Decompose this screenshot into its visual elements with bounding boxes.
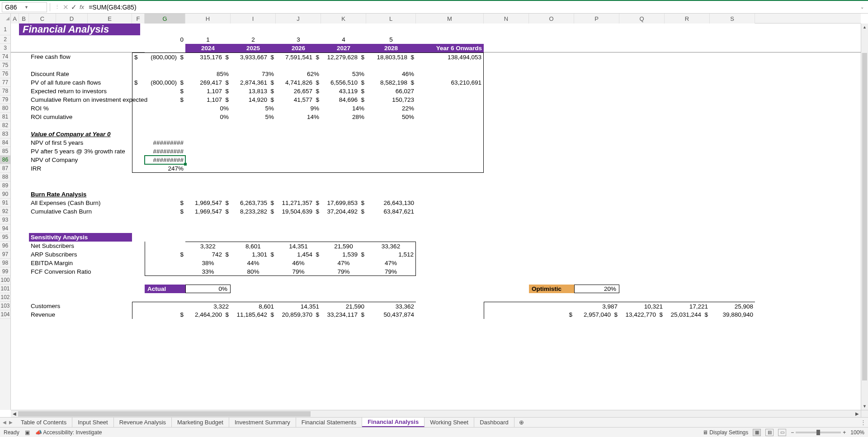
cell[interactable]: 26,657 $	[276, 87, 321, 95]
cell[interactable]: 84,696 $	[321, 95, 366, 104]
col-header[interactable]: I	[231, 14, 276, 24]
cell[interactable]: 8,601	[231, 302, 276, 310]
row-label[interactable]: ROI %	[29, 104, 132, 113]
row-header[interactable]: 90	[0, 190, 10, 199]
cell[interactable]: 3,322	[185, 302, 231, 310]
cell[interactable]: 18,803,518 $	[366, 52, 416, 61]
name-box[interactable]: G86 ▼	[2, 2, 47, 12]
cell[interactable]: 26,643,130	[366, 199, 416, 207]
row-label[interactable]: FCF Conversion Ratio	[29, 267, 132, 276]
cell[interactable]: 85%	[185, 70, 231, 78]
cell[interactable]: 38%	[185, 259, 231, 267]
scroll-up-icon[interactable]: ▲	[861, 24, 868, 31]
row-header[interactable]: 92	[0, 207, 10, 216]
cell[interactable]: 2,874,361 $	[231, 78, 276, 87]
cell[interactable]: 3	[276, 35, 321, 44]
view-page-break-icon[interactable]: ▭	[778, 429, 786, 436]
row-header[interactable]: 83	[0, 130, 10, 138]
view-normal-icon[interactable]: ▦	[753, 429, 761, 436]
row-label[interactable]: PV of all future cash flows	[29, 78, 132, 87]
cell[interactable]: $	[145, 95, 185, 104]
horizontal-scrollbar[interactable]: ◀ ▶	[11, 410, 861, 417]
cell[interactable]: 80%	[231, 267, 276, 276]
cell[interactable]: 0%	[185, 104, 231, 113]
cell[interactable]: $	[145, 87, 185, 95]
cell[interactable]: 11,271,357 $	[276, 199, 321, 207]
cell[interactable]: 33,362	[366, 242, 416, 250]
cell[interactable]: 1,539 $	[321, 250, 366, 259]
cell[interactable]: $	[145, 250, 185, 259]
cell[interactable]: 4	[321, 35, 366, 44]
zoom-thumb[interactable]	[816, 430, 820, 435]
zoom-in-icon[interactable]: +	[843, 429, 846, 436]
row-header[interactable]: 75	[0, 61, 10, 70]
sheet-tab-active[interactable]: Financial Analysis	[362, 418, 425, 427]
cell[interactable]: #########	[145, 138, 185, 147]
cell[interactable]: 79%	[366, 267, 416, 276]
cell[interactable]: 14%	[276, 113, 321, 121]
tab-nav[interactable]: ◀▶	[0, 420, 15, 425]
cell[interactable]: 20,859,370 $	[276, 310, 321, 319]
year-header[interactable]: 2025	[231, 44, 276, 52]
col-header[interactable]: D	[56, 14, 88, 24]
cell[interactable]: 5	[366, 35, 416, 44]
cell[interactable]: 8,582,198 $	[366, 78, 416, 87]
cell[interactable]: 6,263,735 $	[231, 199, 276, 207]
cell[interactable]: 5%	[231, 104, 276, 113]
tab-prev-icon[interactable]: ◀	[3, 420, 6, 425]
cell[interactable]: (800,000) $	[145, 78, 185, 87]
col-header[interactable]: J	[276, 14, 321, 24]
row-header[interactable]: 94	[0, 224, 10, 233]
cell[interactable]: 0	[145, 35, 185, 44]
scroll-left-icon[interactable]: ◀	[11, 411, 18, 416]
row-label[interactable]: Cumulative Cash Burn	[29, 207, 132, 216]
row-header[interactable]: 104	[0, 310, 10, 319]
row-header[interactable]: 79	[0, 95, 10, 104]
cell[interactable]: 63,210,691	[416, 78, 484, 87]
cell[interactable]: 73%	[231, 70, 276, 78]
year-header[interactable]: 2026	[276, 44, 321, 52]
year-header[interactable]: 2028	[366, 44, 416, 52]
col-header[interactable]: H	[185, 14, 231, 24]
row-header[interactable]: 84	[0, 138, 10, 147]
cell[interactable]: 33,362	[366, 302, 416, 310]
row-label[interactable]: Customers	[29, 302, 132, 310]
sheet-tab[interactable]: Marketing Budget	[172, 418, 229, 427]
cell[interactable]: 47%	[366, 259, 416, 267]
row-header[interactable]: 2	[0, 35, 10, 44]
row-label[interactable]: All Expenses (Cash Burn)	[29, 199, 132, 207]
macro-record-icon[interactable]: ▣	[25, 429, 30, 436]
cell[interactable]: $	[145, 310, 185, 319]
tab-menu-dots[interactable]: ⋮	[860, 419, 866, 426]
scenario-optimistic-pct[interactable]: 20%	[574, 285, 619, 293]
cell[interactable]: 138,494,053	[416, 52, 484, 61]
row-header[interactable]: 96	[0, 242, 10, 250]
row-header[interactable]: 80	[0, 104, 10, 113]
formula-input[interactable]	[86, 2, 858, 12]
formula-bar-expand-icon[interactable]: ⌄	[858, 5, 866, 10]
cell[interactable]: 13,813 $	[231, 87, 276, 95]
scenario-optimistic-label[interactable]: Optimistic	[529, 285, 574, 293]
zoom-level[interactable]: 100%	[850, 429, 864, 436]
horizontal-scroll-thumb[interactable]	[18, 411, 311, 417]
cell[interactable]: 7,591,541 $	[276, 52, 321, 61]
col-header[interactable]: Q	[619, 14, 665, 24]
selected-cell[interactable]: #########	[145, 156, 185, 164]
row-header[interactable]: 81	[0, 113, 10, 121]
scenario-actual-label[interactable]: Actual	[145, 285, 185, 293]
cell[interactable]: $	[132, 78, 145, 87]
select-all-cell[interactable]	[0, 14, 11, 24]
row-header[interactable]: 95	[0, 233, 10, 242]
cell[interactable]: 6,556,510 $	[321, 78, 366, 87]
row-label[interactable]: ROI cumulative	[29, 113, 132, 121]
tab-next-icon[interactable]: ▶	[9, 420, 13, 425]
cell[interactable]: 46%	[276, 259, 321, 267]
scenario-actual-pct[interactable]: 0%	[185, 285, 231, 293]
cell[interactable]: 13,422,770 $	[619, 310, 665, 319]
row-label[interactable]: NPV of Company	[29, 156, 132, 164]
cell[interactable]: 3,933,667 $	[231, 52, 276, 61]
cell[interactable]: 8,233,282 $	[231, 207, 276, 216]
zoom-out-icon[interactable]: −	[791, 429, 794, 436]
fx-icon[interactable]: fx	[78, 4, 86, 10]
cell[interactable]: 1,301 $	[231, 250, 276, 259]
